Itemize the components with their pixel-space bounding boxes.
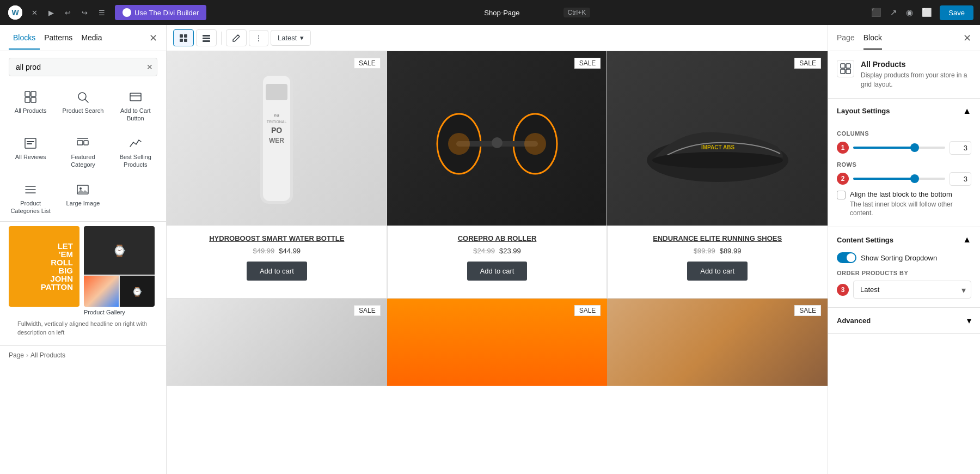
product-name-3[interactable]: ENDURANCE ELITE RUNNING SHOES — [616, 234, 819, 242]
price-old-2: $24.99 — [473, 247, 495, 255]
block-item-all-reviews[interactable]: All Reviews — [4, 129, 57, 175]
block-label-product-search: Product Search — [63, 107, 104, 114]
block-description: Display products from your store in a gr… — [861, 71, 971, 89]
content-settings-header[interactable]: Content Settings ▲ — [828, 227, 980, 252]
block-item-all-products[interactable]: All Products — [4, 83, 57, 129]
block-item-categories-list[interactable]: Product Categories List — [4, 175, 57, 222]
price-new-1: $44.99 — [279, 247, 301, 255]
external-link-button[interactable]: ↗ — [887, 4, 901, 21]
search-input[interactable] — [9, 58, 157, 76]
tab-media[interactable]: Media — [77, 27, 106, 50]
tab-patterns[interactable]: Patterns — [40, 27, 77, 50]
align-last-block-checkbox[interactable] — [837, 191, 846, 199]
all-reviews-icon — [24, 136, 37, 150]
preview-card-gallery[interactable]: ⌚ ⌚ Product Gallery — [84, 226, 155, 315]
list-view-button-toolbar[interactable] — [196, 29, 217, 46]
page-type: Page — [503, 9, 519, 17]
left-sidebar: Blocks Patterns Media ✕ ✕ All Products P… — [0, 25, 167, 474]
product-name-2[interactable]: COREPRO AB ROLLER — [396, 234, 599, 242]
right-tab-page[interactable]: Page — [837, 27, 855, 50]
order-select-wrapper: 3 Latest Price: Low to High Price: High … — [837, 281, 971, 299]
svg-rect-14 — [77, 141, 83, 145]
block-item-product-search[interactable]: Product Search — [57, 83, 109, 129]
rows-slider[interactable] — [853, 178, 945, 180]
product-bottom-strip: SALE SALE SALE — [167, 298, 828, 386]
sidebar-close-button[interactable]: ✕ — [149, 32, 157, 44]
wp-logo: W — [7, 4, 24, 21]
svg-rect-12 — [27, 141, 34, 142]
sale-badge-bottom-1: SALE — [354, 305, 381, 316]
sidebar-toggle-button[interactable]: ⬜ — [918, 4, 935, 21]
svg-rect-3 — [25, 92, 30, 96]
svg-rect-4 — [31, 92, 36, 96]
list-view-button[interactable]: ☰ — [95, 5, 108, 20]
right-tab-block[interactable]: Block — [863, 27, 882, 50]
svg-rect-26 — [203, 35, 210, 37]
page-title-bar: Shop · Page Ctrl+K — [211, 8, 863, 17]
save-button[interactable]: Save — [940, 5, 973, 20]
tools-button[interactable]: ▶ — [45, 5, 57, 20]
block-item-add-to-cart[interactable]: Add to Cart Button — [109, 83, 162, 129]
add-to-cart-btn-2[interactable]: Add to cart — [467, 262, 528, 281]
add-to-cart-btn-3[interactable]: Add to cart — [687, 262, 748, 281]
more-options-button[interactable]: ⋮ — [249, 30, 268, 46]
shortcut-badge: Ctrl+K — [564, 8, 591, 17]
tab-blocks[interactable]: Blocks — [9, 27, 40, 50]
content-chevron-up-icon: ▲ — [963, 235, 971, 245]
layout-settings-header[interactable]: Layout Settings ▲ — [828, 99, 980, 124]
advanced-row[interactable]: Advanced ▾ — [828, 308, 980, 333]
add-to-cart-btn-1[interactable]: Add to cart — [247, 262, 307, 281]
rows-slider-row: 2 — [837, 172, 971, 186]
desktop-view-button[interactable]: ⬛ — [868, 4, 885, 21]
sort-value: Latest — [278, 34, 297, 42]
sort-dropdown[interactable]: Latest ▾ — [271, 30, 311, 46]
svg-point-42 — [492, 137, 503, 148]
divi-builder-button[interactable]: Use The Divi Builder — [115, 5, 206, 20]
block-item-featured-category[interactable]: Featured Category — [57, 129, 109, 175]
block-item-large-image[interactable]: Large Image — [57, 175, 109, 222]
block-item-best-selling[interactable]: Best Selling Products — [109, 129, 162, 175]
rows-value-input[interactable] — [950, 172, 971, 186]
undo-button[interactable]: ↩ — [62, 5, 74, 20]
right-close-button[interactable]: ✕ — [963, 32, 971, 44]
order-select[interactable]: Latest Price: Low to High Price: High to… — [853, 281, 971, 299]
divi-menu-button[interactable]: ◉ — [903, 4, 916, 21]
product-image-1: nu TRITIONAL PO WER — [167, 51, 387, 226]
product-prices-2: $24.99 $23.99 — [396, 247, 599, 255]
product-prices-3: $99.99 $89.99 — [616, 247, 819, 255]
sale-badge-3: SALE — [794, 58, 821, 69]
add-to-cart-icon — [129, 89, 142, 104]
block-label-all-products: All Products — [15, 107, 47, 114]
svg-rect-46 — [841, 64, 845, 68]
grid-view-button[interactable] — [173, 29, 194, 46]
preview-card-orange[interactable]: LET'EMROLLBIGJOHNPATTON — [9, 226, 79, 315]
all-products-icon — [24, 89, 37, 104]
products-grid: SALE nu TRITIONAL PO WER HYDROBOOST SMAR… — [167, 51, 828, 298]
block-toolbar: ⋮ Latest ▾ — [167, 25, 828, 51]
sorting-toggle-row: Show Sorting Dropdown — [837, 252, 971, 263]
price-old-3: $99.99 — [694, 247, 715, 255]
breadcrumb-all-products[interactable]: All Products — [30, 351, 65, 359]
svg-rect-6 — [31, 98, 36, 102]
sorting-toggle[interactable] — [837, 252, 856, 263]
right-tab-bar: Page Block ✕ — [828, 25, 980, 51]
edit-button[interactable] — [226, 29, 247, 46]
advanced-section: Advanced ▾ — [828, 308, 980, 334]
content-settings-content: Show Sorting Dropdown ORDER PRODUCTS BY … — [828, 252, 980, 307]
price-new-3: $89.99 — [720, 247, 742, 255]
product-bottom-1: SALE — [167, 299, 387, 386]
product-name-1[interactable]: HYDROBOOST SMART WATER BOTTLE — [175, 234, 378, 242]
gallery-cell-watch: ⌚ — [84, 226, 155, 275]
redo-button[interactable]: ↪ — [78, 5, 91, 20]
columns-value-input[interactable] — [950, 141, 971, 155]
svg-rect-31 — [266, 84, 287, 100]
categories-list-icon — [24, 182, 37, 196]
breadcrumb-page[interactable]: Page — [9, 351, 24, 359]
search-clear-button[interactable]: ✕ — [146, 63, 153, 71]
columns-slider[interactable] — [853, 147, 945, 149]
svg-rect-5 — [25, 98, 30, 102]
advanced-chevron-down-icon: ▾ — [967, 315, 971, 326]
best-selling-icon — [129, 136, 142, 150]
close-editor-button[interactable]: ✕ — [28, 5, 41, 20]
price-new-2: $23.99 — [499, 247, 521, 255]
